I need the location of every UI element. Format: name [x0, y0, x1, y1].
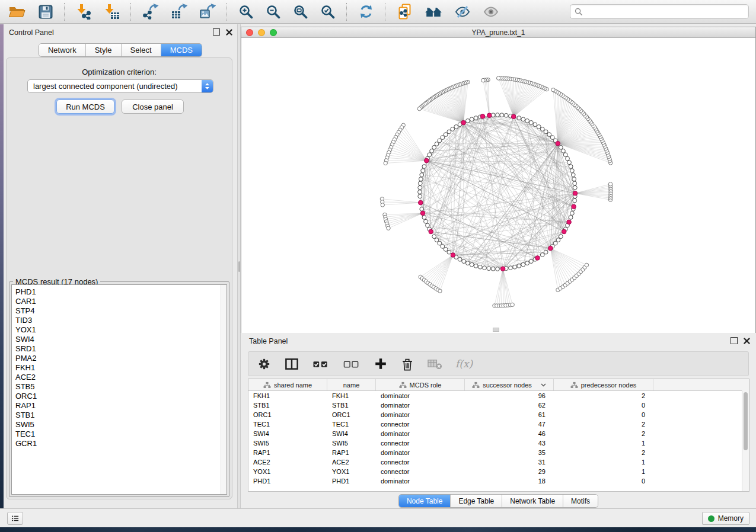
ring-node[interactable]	[566, 156, 570, 161]
ring-node[interactable]	[438, 139, 442, 143]
mcds-result-item[interactable]: CAR1	[12, 297, 227, 306]
ring-node[interactable]	[525, 118, 529, 123]
ring-node[interactable]	[447, 130, 451, 134]
float-table-panel-icon[interactable]	[731, 337, 738, 344]
mcds-hub-node[interactable]	[500, 267, 505, 271]
ring-node[interactable]	[570, 211, 574, 216]
column-header-predecessor-nodes[interactable]: predecessor nodes	[554, 379, 653, 390]
leaf-node[interactable]	[481, 78, 485, 82]
ring-node[interactable]	[418, 190, 422, 194]
table-cell[interactable]: YOX1	[327, 467, 376, 476]
ring-node[interactable]	[432, 145, 436, 149]
table-cell[interactable]: 1	[554, 457, 653, 467]
mcds-hub-node[interactable]	[420, 211, 425, 216]
ring-node[interactable]	[550, 136, 554, 140]
welcome-screen-button[interactable]	[423, 3, 444, 21]
mcds-hub-node[interactable]	[480, 114, 485, 119]
optimization-criterion-select[interactable]: largest connected component (undirected)	[27, 79, 213, 93]
close-panel-button[interactable]: Close panel	[122, 100, 184, 114]
table-scrollbar-thumb[interactable]	[744, 392, 748, 450]
table-cell[interactable]: 43	[465, 438, 554, 448]
mcds-result-item[interactable]: ACE2	[12, 373, 227, 382]
hide-panels-button[interactable]	[453, 3, 472, 21]
ring-node[interactable]	[553, 241, 557, 245]
ring-node[interactable]	[496, 113, 500, 117]
tab-select[interactable]: Select	[122, 44, 161, 56]
leaf-node[interactable]	[551, 88, 555, 92]
mcds-result-list[interactable]: PHD1CAR1STP4TID3YOX1SWI4SRD1PMA2FKH1ACE2…	[11, 284, 227, 495]
mcds-result-item[interactable]: GCR1	[12, 439, 227, 448]
table-scrollbar[interactable]	[742, 390, 749, 491]
table-row[interactable]: FKH1FKH1dominator962	[248, 391, 749, 400]
table-cell[interactable]: FKH1	[327, 391, 376, 400]
table-cell[interactable]: 2	[554, 448, 653, 457]
table-cell[interactable]: 1	[554, 438, 653, 448]
mcds-hub-node[interactable]	[418, 200, 423, 205]
ring-node[interactable]	[465, 261, 470, 265]
table-cell[interactable]: RAP1	[327, 448, 376, 457]
ring-node[interactable]	[487, 267, 491, 271]
mcds-hub-node[interactable]	[451, 253, 455, 258]
mcds-list-scrollbar[interactable]	[221, 285, 227, 494]
network-window-titlebar[interactable]: YPA_prune.txt_1	[241, 27, 755, 38]
ring-node[interactable]	[444, 248, 448, 252]
search-input[interactable]	[585, 7, 744, 17]
ring-node[interactable]	[559, 235, 563, 239]
close-panel-icon[interactable]	[226, 29, 232, 36]
table-cell[interactable]: SWI4	[248, 429, 327, 438]
ring-node[interactable]	[556, 238, 560, 242]
ring-node[interactable]	[521, 262, 525, 267]
table-cell[interactable]: connector	[376, 467, 465, 476]
ring-node[interactable]	[447, 250, 451, 254]
show-panel-list-button[interactable]	[7, 512, 23, 525]
table-cell[interactable]: 46	[465, 429, 554, 438]
mcds-result-item[interactable]: RAP1	[12, 401, 227, 411]
ring-node[interactable]	[421, 169, 425, 173]
tab-network[interactable]: Network	[39, 44, 86, 56]
ring-node[interactable]	[418, 181, 422, 185]
network-graph[interactable]	[241, 38, 755, 333]
ring-node[interactable]	[533, 123, 537, 127]
ring-node[interactable]	[569, 216, 573, 220]
ring-node[interactable]	[525, 261, 529, 265]
ring-node[interactable]	[513, 265, 517, 269]
table-cell[interactable]: RAP1	[248, 448, 327, 457]
table-row[interactable]: SWI5SWI5connector431	[248, 438, 749, 448]
ring-node[interactable]	[573, 185, 577, 190]
table-cell[interactable]: STB1	[327, 400, 376, 410]
table-cell[interactable]: ACE2	[248, 457, 327, 467]
mcds-result-item[interactable]: SWI4	[12, 335, 227, 344]
tab-network-table[interactable]: Network Table	[502, 495, 563, 507]
ring-node[interactable]	[465, 118, 470, 123]
mcds-result-item[interactable]: STB5	[12, 382, 227, 392]
ring-node[interactable]	[544, 250, 548, 254]
mcds-hub-node[interactable]	[556, 141, 560, 146]
ring-node[interactable]	[426, 223, 430, 227]
ring-node[interactable]	[474, 264, 478, 268]
mcds-result-item[interactable]: YOX1	[12, 325, 227, 335]
ring-node[interactable]	[509, 266, 513, 270]
table-row[interactable]: TEC1TEC1connector472	[248, 419, 749, 429]
mcds-hub-node[interactable]	[461, 120, 466, 125]
mcds-hub-node[interactable]	[572, 204, 576, 209]
tab-edge-table[interactable]: Edge Table	[451, 495, 502, 507]
ring-node[interactable]	[544, 130, 548, 134]
close-table-panel-icon[interactable]	[744, 338, 750, 344]
mcds-hub-node[interactable]	[548, 246, 553, 251]
leaf-node[interactable]	[417, 107, 421, 110]
column-header-shared-name[interactable]: shared name	[248, 379, 327, 390]
table-settings-button[interactable]	[257, 357, 272, 371]
mcds-hub-node[interactable]	[567, 220, 572, 225]
table-cell[interactable]: 2	[554, 391, 653, 400]
select-all-columns-button[interactable]	[312, 357, 330, 371]
leaf-node[interactable]	[387, 226, 390, 230]
table-cell[interactable]: PHD1	[248, 476, 327, 486]
zoom-in-button[interactable]	[237, 3, 255, 21]
ring-node[interactable]	[569, 165, 573, 169]
table-cell[interactable]: 61	[465, 410, 554, 419]
deselect-all-columns-button[interactable]	[343, 357, 361, 371]
ring-node[interactable]	[529, 259, 533, 264]
table-cell[interactable]: PHD1	[327, 476, 376, 486]
tab-style[interactable]: Style	[86, 44, 122, 56]
ring-node[interactable]	[562, 149, 566, 153]
